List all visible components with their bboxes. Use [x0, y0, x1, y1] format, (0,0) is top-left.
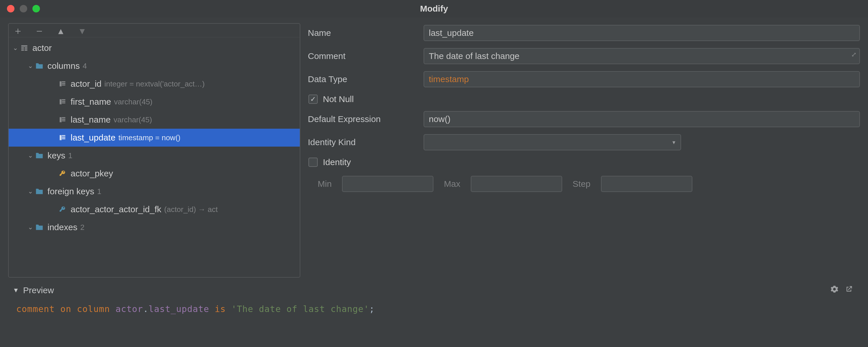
tree-node-keys-folder[interactable]: ⌄ keys 1	[9, 147, 300, 164]
sql-kw-comment: comment	[16, 304, 55, 314]
tree-node-label: last_name	[71, 115, 111, 125]
open-external-icon[interactable]	[845, 285, 853, 295]
max-input[interactable]	[471, 176, 562, 192]
tree-node-count: 1	[97, 187, 101, 196]
step-input[interactable]	[601, 176, 692, 192]
chevron-down-icon: ⌄	[11, 44, 20, 52]
tree-node-label: first_name	[71, 97, 111, 107]
min-label: Min	[318, 179, 332, 189]
tree-node-count: 2	[80, 223, 84, 232]
structure-tree-panel: ▲ ▼ ⌄ actor ⌄ columns 4	[8, 23, 300, 278]
remove-button[interactable]	[35, 27, 44, 36]
preview-header[interactable]: ▼ Preview	[13, 279, 860, 300]
min-input[interactable]	[342, 176, 433, 192]
sql-dot: .	[143, 304, 148, 314]
zoom-window-button[interactable]	[32, 5, 40, 12]
column-icon	[58, 133, 67, 142]
tree-node-count: 1	[68, 151, 72, 160]
comment-input-value: The date of last change	[429, 51, 520, 61]
identity-label: Identity	[323, 157, 351, 167]
not-null-row: Not Null	[308, 94, 860, 104]
tree-node-detail: timestamp = now()	[118, 133, 181, 142]
sql-column: last_update	[149, 304, 210, 314]
tree-node-foreign-key-actor-actor-id-fk[interactable]: actor_actor_actor_id_fk (actor_id) → act	[9, 200, 300, 218]
name-label: Name	[308, 28, 418, 38]
sql-table: actor	[116, 304, 143, 314]
minimize-window-button[interactable]	[20, 5, 27, 12]
add-button[interactable]	[13, 27, 23, 36]
folder-icon	[35, 61, 44, 70]
chevron-down-icon: ⌄	[26, 62, 35, 70]
default-expression-value: now()	[429, 114, 451, 124]
chevron-down-icon: ⌄	[26, 152, 35, 159]
tree-node-count: 4	[83, 62, 87, 70]
tree-node-column-actor-id[interactable]: actor_id integer = nextval('actor_act…)	[9, 75, 300, 93]
tree-node-label: columns	[48, 61, 80, 71]
not-null-checkbox[interactable]	[308, 95, 318, 104]
preview-label: Preview	[23, 285, 54, 295]
name-input-value: last_update	[429, 28, 474, 38]
data-type-input-value: timestamp	[429, 74, 469, 84]
column-icon	[58, 79, 67, 89]
identity-row: Identity	[308, 157, 860, 167]
tree-node-indexes-folder[interactable]: ⌄ indexes 2	[9, 218, 300, 236]
primary-key-icon	[58, 169, 67, 178]
foreign-key-icon	[58, 205, 67, 214]
tree-node-column-first-name[interactable]: first_name varchar(45)	[9, 93, 300, 111]
gear-icon[interactable]	[830, 285, 838, 295]
tree-node-foreign-keys-folder[interactable]: ⌄ foreign keys 1	[9, 183, 300, 200]
tree-node-label: last_update	[71, 133, 116, 143]
tree-node-table-actor[interactable]: ⌄ actor	[9, 39, 300, 57]
window-controls	[7, 5, 40, 12]
default-expression-input[interactable]: now()	[424, 111, 860, 127]
expand-icon[interactable]: ⤢	[851, 51, 857, 58]
default-expression-label: Default Expression	[308, 114, 418, 124]
window-titlebar: Modify	[0, 0, 868, 18]
preview-section: ▼ Preview comment on column actor.last_u…	[0, 278, 868, 318]
tree-node-column-last-update[interactable]: last_update timestamp = now()	[9, 129, 300, 147]
tree-node-label: actor_id	[71, 79, 101, 89]
close-window-button[interactable]	[7, 5, 14, 12]
sql-string: 'The date of last change'	[231, 304, 369, 314]
tree-node-detail: integer = nextval('actor_act…)	[104, 80, 205, 89]
tree-node-label: keys	[48, 151, 65, 160]
tree-node-label: foreign keys	[48, 187, 94, 196]
identity-kind-label: Identity Kind	[308, 137, 418, 147]
expand-down-button[interactable]: ▼	[78, 27, 87, 36]
max-label: Max	[444, 179, 460, 189]
sql-preview: comment on column actor.last_update is '…	[13, 300, 860, 318]
window-title: Modify	[420, 4, 448, 13]
chevron-down-icon: ⌄	[26, 223, 35, 231]
tree-node-label: actor_pkey	[71, 168, 113, 179]
not-null-label: Not Null	[323, 94, 354, 104]
sql-kw-column: column	[77, 304, 110, 314]
data-type-label: Data Type	[308, 74, 418, 84]
name-input[interactable]: last_update	[424, 25, 860, 41]
identity-checkbox[interactable]	[308, 158, 318, 167]
column-properties-form: Name last_update Comment The date of las…	[308, 23, 860, 278]
tree-node-key-actor-pkey[interactable]: actor_pkey	[9, 164, 300, 183]
collapse-up-button[interactable]: ▲	[56, 27, 65, 36]
tree-node-columns-folder[interactable]: ⌄ columns 4	[9, 57, 300, 75]
chevron-down-icon: ▼	[13, 287, 19, 294]
folder-icon	[35, 151, 44, 160]
chevron-down-icon: ⌄	[26, 188, 35, 195]
identity-kind-select[interactable]: ▾	[424, 134, 681, 150]
tree-node-column-last-name[interactable]: last_name varchar(45)	[9, 111, 300, 129]
tree-node-detail: varchar(45)	[114, 115, 152, 124]
tree-node-label: indexes	[48, 222, 77, 232]
comment-label: Comment	[308, 51, 418, 61]
step-label: Step	[572, 179, 591, 189]
column-icon	[58, 115, 67, 124]
comment-input[interactable]: The date of last change ⤢	[424, 48, 860, 64]
column-icon	[58, 97, 67, 106]
data-type-input[interactable]: timestamp	[424, 71, 860, 87]
tree-node-label: actor_actor_actor_id_fk	[71, 204, 161, 214]
folder-icon	[35, 187, 44, 196]
sql-semicolon: ;	[369, 304, 375, 314]
folder-icon	[35, 223, 44, 232]
sql-kw-is: is	[215, 304, 226, 314]
tree-node-detail: varchar(45)	[114, 97, 153, 106]
tree-node-detail: (actor_id) → act	[164, 205, 218, 214]
tree-body: ⌄ actor ⌄ columns 4 actor_id	[9, 37, 300, 277]
